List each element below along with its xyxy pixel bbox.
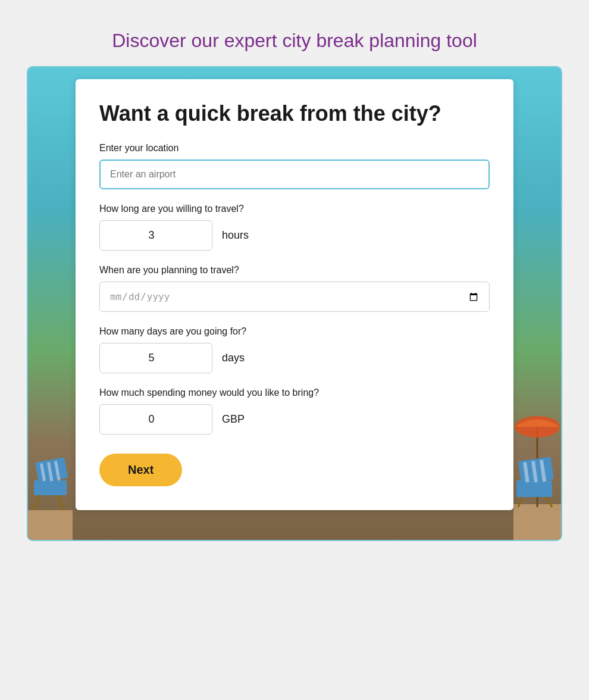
bottom-spacer [28,522,561,540]
date-input-wrapper [99,282,490,312]
money-label: How much spending money would you like t… [99,388,490,398]
travel-date-input[interactable] [99,282,490,312]
travel-time-input[interactable] [99,220,212,251]
card-outer: Want a quick break from the city? Enter … [27,66,562,541]
next-button[interactable]: Next [99,454,182,486]
form-heading: Want a quick break from the city? [99,101,490,126]
money-inline: GBP [99,404,490,435]
money-field-group: How much spending money would you like t… [99,388,490,435]
travel-date-field-group: When are you planning to travel? [99,265,490,312]
days-input[interactable] [99,343,212,373]
svg-rect-3 [34,480,67,495]
location-label: Enter your location [99,143,490,154]
money-input[interactable] [99,404,212,435]
travel-date-label: When are you planning to travel? [99,265,490,276]
days-unit: days [222,352,245,364]
form-card: Want a quick break from the city? Enter … [76,79,513,510]
page-title: Discover our expert city break planning … [24,30,565,52]
left-decoration [28,409,73,540]
page-wrapper: Discover our expert city break planning … [12,12,577,700]
location-field-group: Enter your location [99,143,490,189]
days-inline: days [99,343,490,373]
airport-input[interactable] [99,160,490,189]
travel-time-field-group: How long are you willing to travel? hour… [99,204,490,251]
right-decoration [513,379,561,540]
days-field-group: How many days are you going for? days [99,326,490,373]
money-unit: GBP [222,413,245,426]
days-label: How many days are you going for? [99,326,490,337]
travel-time-unit: hours [222,229,249,242]
travel-time-inline: hours [99,220,490,251]
travel-time-label: How long are you willing to travel? [99,204,490,214]
